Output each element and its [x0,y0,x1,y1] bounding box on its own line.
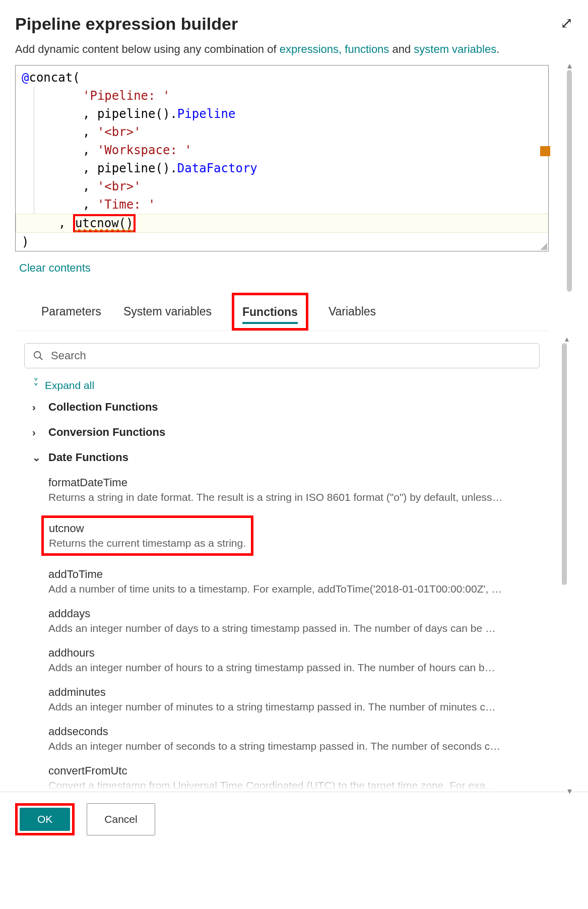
resize-handle-icon[interactable] [539,242,547,250]
chevron-right-icon: › [32,402,42,413]
tab-functions-highlight: Functions [232,293,308,331]
function-convertFromUtc[interactable]: convertFromUtc Convert a timestamp from … [48,764,549,792]
function-addToTime[interactable]: addToTime Add a number of time units to … [48,568,549,595]
category-conversion-functions[interactable]: › Conversion Functions [32,426,549,439]
expressions-link[interactable]: expressions, [280,43,342,55]
search-input[interactable] [50,349,531,363]
tab-system-variables[interactable]: System variables [121,299,214,324]
inner-scrollbar[interactable] [562,343,567,585]
ok-button[interactable]: OK [20,808,70,831]
svg-point-0 [34,352,41,358]
function-addseconds[interactable]: addseconds Adds an integer number of sec… [48,725,549,752]
cancel-button[interactable]: Cancel [87,803,155,835]
utcnow-highlight: utcnow() [73,214,136,232]
expand-icon[interactable]: ⤢ [560,14,573,32]
function-formatDateTime[interactable]: formatDateTime Returns a string in date … [48,476,549,503]
chevron-down-icon: ⌄ [32,451,42,464]
tab-functions[interactable]: Functions [240,299,300,324]
function-utcnow[interactable]: utcnow Returns the current timestamp as … [41,515,253,556]
double-chevron-down-icon: ˅˅ [33,380,39,391]
search-icon [33,350,44,361]
page-title: Pipeline expression builder [15,14,238,34]
function-list: formatDateTime Returns a string in date … [48,476,549,752]
svg-line-1 [40,357,43,360]
expression-editor[interactable]: @concat( 'Pipeline: ' , pipeline().Pipel… [15,65,549,251]
expand-all-link[interactable]: ˅˅ Expand all [33,379,549,392]
function-addminutes[interactable]: addminutes Adds an integer number of min… [48,686,549,713]
functions-link[interactable]: functions [345,43,389,55]
function-addhours[interactable]: addhours Adds an integer number of hours… [48,646,549,674]
tab-bar: Parameters System variables Functions Va… [15,293,549,331]
tab-variables[interactable]: Variables [326,299,378,324]
system-variables-link[interactable]: system variables [414,43,496,55]
search-box[interactable] [24,343,540,368]
inner-scroll-up-icon[interactable]: ▴ [565,334,569,344]
function-adddays[interactable]: adddays Adds an integer number of days t… [48,607,549,634]
helper-text: Add dynamic content below using any comb… [15,43,573,56]
scroll-up-icon[interactable]: ▴ [567,60,572,71]
tab-parameters[interactable]: Parameters [39,299,103,324]
outer-scrollbar[interactable] [567,70,572,292]
clear-contents-link[interactable]: Clear contents [19,262,91,275]
ok-highlight: OK [15,803,75,835]
scroll-down-icon[interactable]: ▾ [567,786,572,797]
category-date-functions[interactable]: ⌄ Date Functions [32,451,549,464]
footer: OK Cancel [0,792,588,847]
chevron-right-icon: › [32,427,42,438]
category-collection-functions[interactable]: › Collection Functions [32,401,549,414]
